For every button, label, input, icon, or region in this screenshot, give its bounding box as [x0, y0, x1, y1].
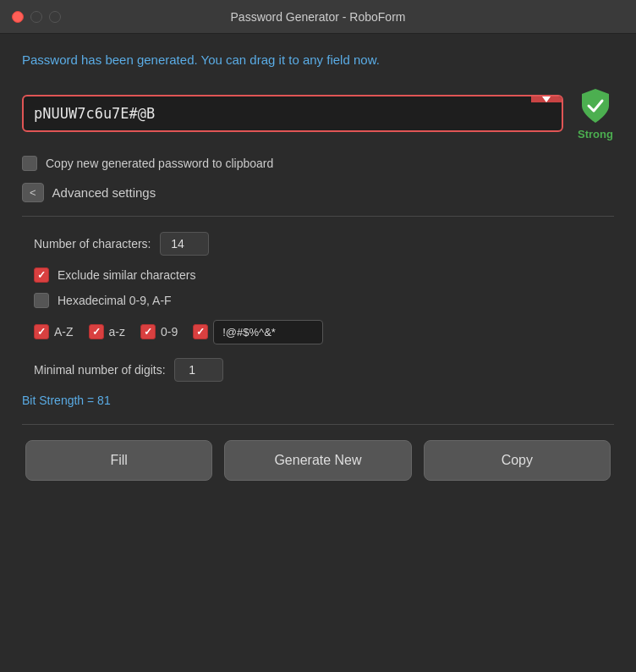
num-characters-row: Number of characters: — [34, 232, 614, 256]
special-checkmark-icon: ✓ — [196, 326, 205, 338]
special-option: ✓ — [193, 320, 323, 344]
digits-label: 0-9 — [161, 325, 178, 339]
shield-icon — [577, 87, 614, 124]
main-content: Password has been generated. You can dra… — [0, 34, 636, 498]
az-lower-checkbox[interactable]: ✓ — [89, 324, 104, 339]
exclude-similar-row: ✓ Exclude similar characters — [34, 267, 614, 283]
settings-section: Number of characters: ✓ Exclude similar … — [22, 232, 614, 382]
digits-checkmark-icon: ✓ — [144, 326, 152, 338]
password-dropdown-button[interactable] — [531, 96, 562, 102]
hexadecimal-checkbox[interactable] — [34, 293, 49, 308]
az-lower-checkmark-icon: ✓ — [92, 326, 101, 338]
clipboard-label: Copy new generated password to clipboard — [46, 157, 273, 170]
clipboard-checkbox-row: Copy new generated password to clipboard — [22, 156, 614, 171]
char-options-row: ✓ A-Z ✓ a-z ✓ 0-9 ✓ — [34, 320, 614, 344]
divider-top — [22, 216, 614, 217]
exclude-similar-label: Exclude similar characters — [58, 268, 195, 282]
fill-button[interactable]: Fill — [25, 440, 212, 481]
status-message: Password has been generated. You can dra… — [22, 51, 614, 70]
close-button[interactable] — [12, 11, 24, 23]
az-option: ✓ A-Z — [34, 324, 74, 339]
special-checkbox[interactable]: ✓ — [193, 324, 208, 339]
num-characters-label: Number of characters: — [34, 237, 151, 251]
checkmark-icon: ✓ — [37, 269, 46, 281]
exclude-similar-checkbox[interactable]: ✓ — [34, 267, 49, 283]
advanced-row: < Advanced settings — [22, 183, 614, 202]
password-field-wrapper — [22, 95, 563, 132]
minimize-button[interactable] — [30, 11, 42, 23]
az-label: A-Z — [54, 325, 74, 339]
advanced-label: Advanced settings — [52, 185, 156, 200]
generate-button[interactable]: Generate New — [224, 440, 411, 481]
chevron-down-icon — [542, 96, 551, 102]
traffic-lights — [12, 11, 61, 23]
divider-bottom — [22, 424, 614, 425]
min-digits-row: Minimal number of digits: — [34, 358, 614, 382]
clipboard-checkbox[interactable] — [22, 156, 37, 171]
strength-indicator: Strong — [577, 87, 614, 140]
bit-strength: Bit Strength = 81 — [22, 394, 614, 407]
password-row: Strong — [22, 87, 614, 140]
copy-button[interactable]: Copy — [424, 440, 611, 481]
min-digits-label: Minimal number of digits: — [34, 363, 166, 377]
az-checkbox[interactable]: ✓ — [34, 324, 49, 339]
az-lower-option: ✓ a-z — [89, 324, 125, 339]
hexadecimal-row: Hexadecimal 0-9, A-F — [34, 293, 614, 308]
digits-checkbox[interactable]: ✓ — [140, 324, 156, 339]
title-bar: Password Generator - RoboForm — [0, 0, 636, 34]
password-input[interactable] — [24, 96, 531, 130]
window-title: Password Generator - RoboForm — [231, 10, 406, 24]
num-characters-input[interactable] — [160, 232, 209, 256]
special-chars-input[interactable] — [213, 320, 323, 344]
footer-buttons: Fill Generate New Copy — [22, 440, 614, 481]
az-checkmark-icon: ✓ — [37, 326, 46, 338]
advanced-toggle-button[interactable]: < — [22, 183, 44, 202]
maximize-button[interactable] — [49, 11, 61, 23]
min-digits-input[interactable] — [174, 358, 223, 382]
digits-option: ✓ 0-9 — [140, 324, 178, 339]
hexadecimal-label: Hexadecimal 0-9, A-F — [58, 294, 172, 307]
az-lower-label: a-z — [109, 325, 125, 339]
strength-label: Strong — [578, 128, 613, 140]
